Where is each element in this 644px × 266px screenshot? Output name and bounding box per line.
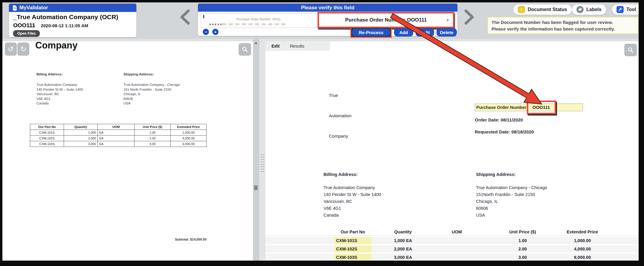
screenshot-border [0, 0, 2, 266]
table-header-row: Our Part No Quantity UOM Unit Price ($) … [30, 124, 207, 130]
table-row: CXM-102S2,000 EA2.00 4,000.00 [30, 136, 207, 141]
split-button[interactable]: Split [416, 28, 434, 37]
field-snippet-thumbnail[interactable]: Purchase Order Number: 00111 [201, 13, 316, 28]
items-row: CXM-101S 1,000 EA 1.00 1,000.00 [265, 237, 639, 244]
doc-word-true: True [329, 93, 338, 98]
edit-shipping-heading: Shipping Address: [476, 172, 516, 177]
rotate-left-button[interactable]: ↺ [5, 42, 17, 56]
wrench-icon [616, 6, 624, 13]
screenshot-border [0, 0, 644, 2]
document-icon [13, 5, 17, 11]
next-field-chevron[interactable] [463, 9, 475, 25]
edit-panel: Edit Results True Automation Company Pur… [265, 41, 639, 261]
part-number-field[interactable]: CXM-102S [334, 245, 371, 253]
purchase-order-number-field[interactable]: Purchase Order Number: OOO111 [475, 104, 583, 111]
preview-doc-title: Company [35, 40, 77, 51]
tools-label: Tool [626, 7, 636, 12]
labels-button[interactable]: Labels [572, 4, 606, 15]
verify-header: Please verify this field [198, 4, 457, 12]
review-notice: The Document Number has been flagged for… [487, 17, 639, 34]
requested-date-text: Requested Date: 08/18/2020 [475, 129, 534, 134]
field-type-dropdown-value: Purchase Order Number: OOO111 [345, 17, 427, 23]
zoom-in-button[interactable]: + [212, 29, 219, 35]
order-date-text: Order Date: 08/11/2020 [475, 117, 523, 122]
document-status-button[interactable]: ! Document Status [513, 4, 572, 15]
preview-subtotal: Subtotal: $14,000.00 [175, 238, 207, 241]
thumbnail-ghost-text: Purchase Order Number: 00111 [201, 17, 316, 21]
preview-zoom-button[interactable] [239, 43, 251, 56]
open-files-button[interactable]: Open Files [13, 30, 40, 37]
panel-splitter[interactable] [259, 39, 265, 261]
rotate-right-button[interactable]: ↻ [17, 42, 29, 56]
items-header-row: Our Part No Quantity UOM Unit Price ($) … [265, 228, 639, 236]
preview-shipping-address: True Automation Company - Chicago 151 No… [123, 83, 180, 106]
po-field-label: Purchase Order Number: [476, 105, 528, 110]
preview-billing-heading: Billing Address: [36, 72, 63, 76]
edit-billing-heading: Billing Address: [323, 172, 358, 177]
preview-line-items-table: Our Part No Quantity UOM Unit Price ($) … [30, 124, 207, 147]
table-row: CXM-101S1,000 EA1.00 1,000.00 [30, 130, 207, 136]
app-window: MyValidator _True Automation Company (OC… [0, 0, 644, 266]
items-row: CXM-102S 2,000 EA 2.00 4,000.00 [265, 245, 639, 253]
review-notice-line2: Please verify the information has been c… [492, 26, 634, 32]
document-timestamp: 2020-08-12 1:11:05 AM [41, 23, 88, 28]
scrollbar-thumb[interactable] [254, 186, 258, 190]
warning-icon: ! [518, 6, 525, 13]
thumbnail-specks [210, 24, 222, 25]
tab-edit[interactable]: Edit [271, 44, 280, 48]
app-title-bar: MyValidator [9, 4, 136, 12]
document-card: MyValidator _True Automation Company (OC… [9, 4, 136, 37]
magnifier-icon [242, 46, 248, 53]
preview-scrollbar[interactable] [253, 39, 259, 261]
edit-panel-tabs: Edit Results [265, 41, 330, 51]
scrollbar-up-arrow-icon[interactable] [254, 42, 257, 44]
delete-button[interactable]: Delete [437, 28, 457, 37]
tag-icon [576, 6, 584, 13]
part-number-field[interactable]: CXM-101S [334, 237, 371, 244]
magnifier-icon [627, 47, 634, 53]
document-number: OOO111 [13, 22, 35, 28]
screenshot-border [639, 0, 644, 266]
screenshot-border [0, 261, 644, 266]
previous-field-chevron[interactable] [179, 9, 191, 25]
preview-billing-address: True Automation Company 140 Pender St W … [36, 83, 83, 106]
splitter-grip[interactable] [261, 154, 264, 172]
add-button[interactable]: Add [394, 28, 413, 37]
labels-label: Labels [586, 7, 602, 12]
chevron-down-icon: ▾ [447, 18, 449, 22]
edit-zoom-button[interactable] [624, 44, 637, 56]
doc-word-company: Company [329, 133, 348, 139]
reprocess-highlight-box: Re-Process [350, 27, 392, 38]
zoom-out-button[interactable]: − [203, 29, 209, 35]
edit-billing-address: True Automation Company 140 Pender St W … [323, 184, 381, 219]
document-preview-panel: ↺ ↻ Company Billing Address: True Automa… [2, 41, 253, 261]
part-number-field[interactable]: CXM-103S [334, 254, 371, 261]
reprocess-button[interactable]: Re-Process [352, 28, 390, 36]
document-status-label: Document Status [528, 7, 567, 12]
doc-word-automation: Automation [329, 113, 352, 118]
document-name: _True Automation Company (OCR) [13, 13, 132, 21]
preview-shipping-heading: Shipping Address: [123, 72, 154, 76]
field-type-dropdown[interactable]: Purchase Order Number: OOO111 ▾ [318, 12, 454, 28]
edit-shipping-address: True Automation Company - Chicago 151Nor… [476, 184, 547, 219]
verify-field-card: Please verify this field Purchase Order … [198, 4, 457, 36]
app-title: MyValidator [19, 5, 48, 11]
panel-top-strip [2, 39, 639, 41]
thumbnail-ghost-line [222, 23, 288, 25]
table-row: CXM-103S3,000 EA3.00 9,000.00 [30, 141, 207, 147]
items-row: CXM-103S 3,000 EA 3.00 9,000.00 [265, 254, 639, 261]
review-notice-line1: The Document Number has been flagged for… [492, 19, 634, 26]
tab-results[interactable]: Results [290, 44, 304, 48]
po-field-value: OOO111 [532, 105, 550, 110]
